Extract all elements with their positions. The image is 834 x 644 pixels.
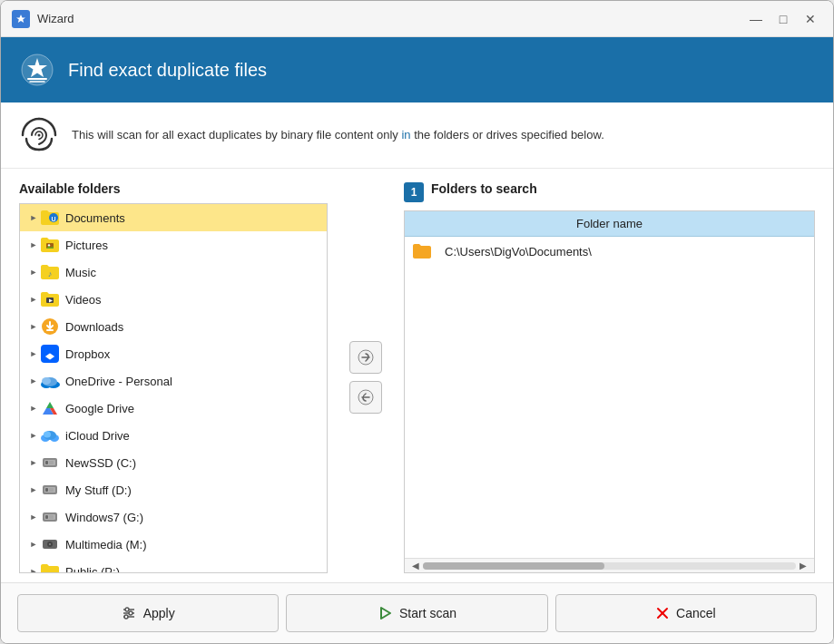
folder-icon-icloud [40,425,60,445]
expand-icon-dropbox[interactable]: ► [27,347,40,360]
sliders-icon [122,606,136,620]
start-scan-label: Start scan [399,606,456,620]
x-icon [656,607,669,620]
minimize-button[interactable]: — [744,7,768,31]
folder-item-dropbox[interactable]: ► Dropbox [20,340,327,367]
folder-item-icloud[interactable]: ► iCloud Drive [20,422,327,449]
folder-label-pictures: Pictures [65,239,108,252]
search-table-body[interactable]: C:\Users\DigVo\Documents\ [405,237,814,558]
folders-to-search-header: 1 Folders to search [404,181,815,203]
expand-icon-videos[interactable]: ► [27,293,40,306]
folder-item-pictures[interactable]: ► Pictures [20,231,327,259]
folder-count-badge: 1 [404,182,424,202]
folder-item-mystuff[interactable]: ► My Stuff (D:) [20,476,327,503]
folder-item-newssd[interactable]: ► NewSSD (C:) [20,449,327,476]
svg-rect-35 [49,491,54,492]
svg-point-25 [44,432,51,438]
horizontal-scrollbar[interactable]: ◀ ▶ [405,558,814,572]
description-text: This will scan for all exact duplicates … [72,126,604,144]
folder-icon-mystuff [40,480,60,500]
folder-icon-downloads [40,317,60,337]
folder-item-onedrive[interactable]: ► OneDrive - Personal [20,367,327,395]
scroll-right-arrow[interactable]: ▶ [796,559,810,573]
expand-icon-newssd[interactable]: ► [27,456,40,469]
start-scan-button[interactable]: Start scan [286,594,547,632]
folder-label-documents: Documents [65,211,125,225]
folder-label-multimedia: Multimedia (M:) [65,538,147,551]
folder-label-dropbox: Dropbox [65,347,110,361]
expand-icon-mystuff[interactable]: ► [27,483,40,496]
header-banner: Find exact duplicate files [1,37,833,102]
folder-label-downloads: Downloads [65,320,123,334]
svg-point-4 [38,134,41,137]
svg-point-49 [129,611,132,615]
expand-icon-windows7[interactable]: ► [27,511,40,523]
svg-point-47 [125,608,129,611]
svg-rect-33 [45,488,48,492]
title-bar: Wizard — □ ✕ [1,1,833,37]
folder-list[interactable]: ► U Documents ► [20,204,327,572]
expand-icon-multimedia[interactable]: ► [27,538,40,551]
folder-icon-multimedia [40,534,60,554]
close-button[interactable]: ✕ [799,7,822,31]
folder-item-public[interactable]: ► Public (P:) [20,558,327,572]
transfer-buttons [342,181,389,573]
scroll-left-arrow[interactable]: ◀ [408,559,423,573]
folder-name-column-header: Folder name [405,211,814,237]
folders-to-search-title: Folders to search [431,181,537,196]
search-folder-icon [412,241,432,261]
folder-label-onedrive: OneDrive - Personal [65,375,172,388]
folder-icon-onedrive [40,371,60,391]
add-folder-button[interactable] [349,341,382,374]
expand-icon-documents[interactable]: ► [27,211,40,224]
svg-point-43 [49,543,51,545]
expand-icon-music[interactable]: ► [27,266,40,278]
svg-rect-29 [49,462,54,463]
cancel-button[interactable]: Cancel [555,594,817,632]
svg-rect-34 [49,489,54,490]
folder-label-music: Music [65,266,96,279]
maximize-button[interactable]: □ [771,7,795,31]
svg-rect-40 [49,518,54,519]
folder-item-windows7[interactable]: ► Windows7 (G:) [20,503,327,531]
apply-button[interactable]: Apply [17,594,279,632]
expand-icon-icloud[interactable]: ► [27,429,40,442]
folder-item-music[interactable]: ► ♪ Music [20,259,327,286]
scroll-thumb [423,562,604,570]
table-row[interactable]: C:\Users\DigVo\Documents\ [405,237,814,266]
folder-label-windows7: Windows7 (G:) [65,511,143,524]
svg-rect-38 [45,515,48,519]
play-icon [378,606,392,620]
folder-item-googledrive[interactable]: ► Google Drive [20,395,327,422]
svg-point-18 [42,377,51,385]
folder-icon-documents: U [40,208,60,228]
svg-point-51 [124,615,128,619]
scroll-track[interactable] [423,562,796,570]
remove-folder-button[interactable] [349,381,382,414]
folder-icon-googledrive [40,398,60,418]
footer: Apply Start scan Cancel [1,582,833,643]
expand-icon-pictures[interactable]: ► [27,239,40,251]
folder-item-multimedia[interactable]: ► Multimedia (M:) [20,531,327,558]
folder-label-videos: Videos [65,293,102,307]
svg-rect-30 [49,463,54,464]
folders-to-search-panel: 1 Folders to search Folder name C:\Users… [404,181,815,573]
window-title: Wizard [37,12,744,25]
svg-rect-39 [49,516,54,517]
expand-icon-onedrive[interactable]: ► [27,375,40,387]
folder-item-downloads[interactable]: ► Downloads [20,313,327,340]
folder-item-documents[interactable]: ► U Documents [20,204,327,231]
svg-text:♪: ♪ [48,269,53,278]
svg-marker-52 [381,608,390,619]
folder-icon-public [40,561,60,572]
wizard-window: Wizard — □ ✕ Find exact duplicate files [0,0,834,644]
expand-icon-downloads[interactable]: ► [27,320,40,333]
folder-item-videos[interactable]: ► Videos [20,286,327,313]
svg-text:U: U [51,216,55,222]
app-icon [12,10,30,28]
available-folders-panel: Available folders ► U Documents [19,181,328,573]
expand-icon-googledrive[interactable]: ► [27,402,40,415]
svg-marker-19 [46,402,54,408]
header-title: Find exact duplicate files [68,60,267,81]
expand-icon-public[interactable]: ► [27,565,40,572]
